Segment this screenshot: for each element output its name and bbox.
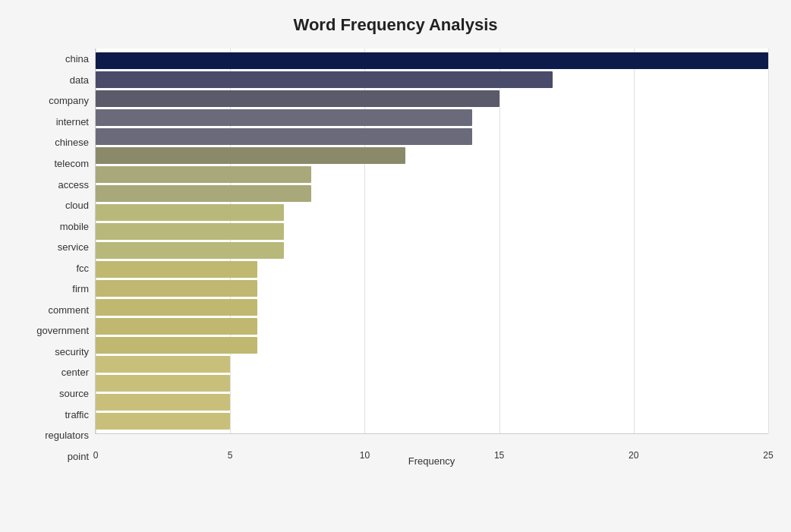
bar-mobile <box>96 204 284 221</box>
bar-company <box>96 90 499 107</box>
bar-row-china <box>96 52 768 71</box>
y-label-mobile: mobile <box>60 216 89 237</box>
y-label-government: government <box>36 320 89 342</box>
bar-row-mobile <box>96 203 768 222</box>
bar-firm <box>96 261 257 278</box>
chart-title: Word Frequency Analysis <box>23 15 768 35</box>
plot-wrapper: 0510152025 Frequency <box>95 49 768 467</box>
y-label-regulators: regulators <box>45 425 89 446</box>
y-label-security: security <box>55 342 89 363</box>
y-label-firm: firm <box>72 279 89 300</box>
bar-row-fcc <box>96 241 768 260</box>
bar-china <box>96 52 768 69</box>
bar-comment <box>96 280 257 297</box>
bar-row-internet <box>96 109 768 127</box>
grid-line-25 <box>768 49 769 433</box>
x-axis-title: Frequency <box>95 455 768 467</box>
y-label-internet: internet <box>56 112 89 133</box>
y-label-center: center <box>61 362 89 383</box>
bar-regulators <box>96 394 230 411</box>
bar-government <box>96 299 257 316</box>
bar-source <box>96 356 230 373</box>
y-label-point: point <box>68 445 89 467</box>
bar-row-company <box>96 90 768 109</box>
y-label-service: service <box>58 237 89 258</box>
bar-traffic <box>96 375 230 392</box>
bar-row-point <box>96 411 768 430</box>
bar-row-data <box>96 71 768 90</box>
bar-cloud <box>96 185 311 202</box>
bar-center <box>96 337 257 354</box>
chart-container: Word Frequency Analysis chinadatacompany… <box>0 0 791 532</box>
y-label-china: china <box>65 49 89 70</box>
bar-row-traffic <box>96 373 768 392</box>
y-label-access: access <box>58 174 89 195</box>
y-label-company: company <box>49 90 89 112</box>
y-label-chinese: chinese <box>55 132 89 153</box>
bar-row-firm <box>96 260 768 279</box>
bar-row-chinese <box>96 127 768 146</box>
bar-fcc <box>96 242 284 259</box>
x-tick-20: 20 <box>629 450 638 461</box>
bars-area <box>96 49 768 433</box>
x-tick-25: 25 <box>763 450 773 461</box>
x-tick-0: 0 <box>93 450 99 461</box>
bar-row-security <box>96 316 768 335</box>
plot-area: 0510152025 <box>95 49 768 434</box>
bar-row-source <box>96 354 768 373</box>
x-tick-5: 5 <box>228 450 233 461</box>
y-label-comment: comment <box>49 300 89 321</box>
bar-data <box>96 71 553 88</box>
y-label-telecom: telecom <box>54 153 89 175</box>
y-label-traffic: traffic <box>65 404 89 425</box>
x-tick-10: 10 <box>360 450 370 461</box>
bar-row-telecom <box>96 146 768 165</box>
x-tick-15: 15 <box>494 450 504 461</box>
bar-row-government <box>96 297 768 316</box>
bar-row-access <box>96 165 768 184</box>
bar-access <box>96 166 311 183</box>
bar-row-center <box>96 335 768 354</box>
y-label-source: source <box>59 383 89 405</box>
y-label-data: data <box>70 70 89 91</box>
bar-internet <box>96 109 472 126</box>
bar-telecom <box>96 147 405 164</box>
bar-service <box>96 223 284 240</box>
y-label-fcc: fcc <box>76 257 89 279</box>
bar-security <box>96 318 257 335</box>
bar-row-regulators <box>96 392 768 411</box>
y-axis: chinadatacompanyinternetchinesetelecomac… <box>23 49 95 467</box>
bar-row-comment <box>96 279 768 297</box>
bar-row-cloud <box>96 184 768 203</box>
bar-point <box>96 413 230 430</box>
bar-row-service <box>96 222 768 241</box>
bar-chinese <box>96 128 472 145</box>
y-label-cloud: cloud <box>65 195 89 216</box>
